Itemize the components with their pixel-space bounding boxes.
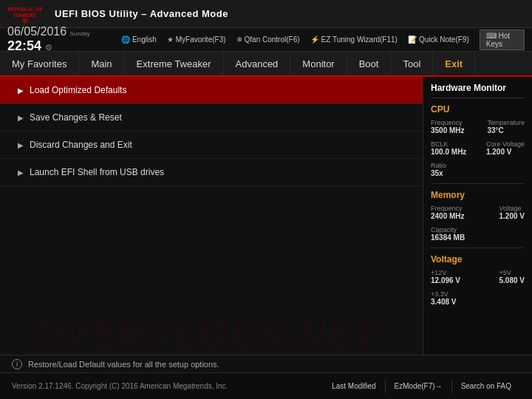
hotkeys-button[interactable]: ⌨ Hot Keys [480,30,525,50]
arrow-icon: ▶ [18,86,24,95]
svg-text:GAMERS: GAMERS [14,13,37,18]
qfan-button[interactable]: ❄ Qfan Control(F6) [236,35,300,44]
nav-my-favorites[interactable]: My Favorites [0,52,79,75]
volt-12v-col: +12V 12.096 V [431,269,460,284]
mem-capacity-col: Capacity 16384 MB [431,226,525,242]
save-reset-label: Save Changes & Reset [30,112,122,123]
search-faq-button[interactable]: Search on FAQ [451,379,520,393]
mem-voltage-value: 1.200 V [499,212,525,220]
header-bar: REPUBLIC OF GAMERS UEFI BIOS Utility – A… [0,0,532,28]
volt-5v-label: +5V [499,269,525,276]
myfavorite-button[interactable]: ★ MyFavorite(F3) [167,35,226,44]
mem-freq-voltage-row: Frequency 2400 MHz Voltage 1.200 V [431,205,525,223]
cpu-core-voltage-label: Core Voltage [486,140,525,148]
gear-icon: ⚙ [45,43,52,52]
nav-monitor[interactable]: Monitor [290,52,347,75]
nav-exit[interactable]: Exit [433,52,475,75]
nav-tool[interactable]: Tool [391,52,433,75]
load-defaults-label: Load Optimized Defaults [30,85,126,95]
svg-text:REPUBLIC OF: REPUBLIC OF [7,7,43,12]
qfan-icon: ❄ [236,35,242,44]
arrow-icon: ▶ [18,168,24,177]
datetime-display: 06/05/2016 Sunday 22:54 ⚙ [7,25,111,54]
arrow-icon: ▶ [18,114,24,122]
mem-capacity-label: Capacity [431,226,525,233]
menu-save-reset[interactable]: ▶ Save Changes & Reset [0,104,423,132]
cpu-bclk-label: BCLK [431,140,466,148]
mem-freq-col: Frequency 2400 MHz [431,205,465,220]
volt-12v-5v-row: +12V 12.096 V +5V 5.080 V [431,269,525,287]
search-faq-label: Search on FAQ [461,382,511,390]
discard-exit-label: Discard Changes and Exit [30,140,132,150]
nav-boot[interactable]: Boot [347,52,392,75]
myfavorite-label: MyFavorite(F3) [176,35,226,44]
hardware-monitor-panel: Hardware Monitor CPU Frequency 3500 MHz … [423,77,532,355]
last-modified-label: Last Modified [332,382,375,390]
menu-launch-efi[interactable]: ▶ Launch EFI Shell from USB drives [0,159,423,186]
hw-monitor-title: Hardware Monitor [431,83,525,98]
cpu-core-voltage-col: Core Voltage 1.200 V [486,140,525,156]
mem-freq-value: 2400 MHz [431,212,465,220]
cpu-freq-value: 3500 MHz [431,126,465,134]
hotkeys-icon: ⌨ [486,32,497,40]
logo-area: REPUBLIC OF GAMERS [7,4,43,24]
mem-capacity-value: 16384 MB [431,233,525,242]
date-display: 06/05/2016 [7,25,66,38]
time-display: 22:54 [7,38,41,53]
cpu-temp-value: 33°C [487,126,525,134]
memory-section-title: Memory [431,190,525,200]
launch-efi-label: Launch EFI Shell from USB drives [30,167,164,177]
nav-extreme-tweaker[interactable]: Extreme Tweaker [125,52,224,75]
cpu-ratio-value: 35x [431,169,525,177]
volt-12v-value: 12.096 V [431,276,460,284]
language-button[interactable]: 🌐 English [121,35,157,44]
ez-mode-button[interactable]: EzMode(F7)→ [385,379,451,393]
toolbar: 06/05/2016 Sunday 22:54 ⚙ 🌐 English ★ My… [0,28,532,52]
volt-3v3-col: +3.3V 3.408 V [431,290,525,306]
star-icon: ★ [167,35,174,44]
mem-freq-label: Frequency [431,205,465,212]
volt-5v-value: 5.080 V [499,276,525,284]
copyright-text: Version 2.17.1246. Copyright (C) 2016 Am… [12,382,228,390]
mem-voltage-col: Voltage 1.200 V [499,205,525,220]
main-area: ▶ Load Optimized Defaults ▶ Save Changes… [0,77,532,355]
qfan-label: Qfan Control(F6) [245,35,300,44]
mem-voltage-label: Voltage [499,205,525,212]
voltage-section-title: Voltage [431,254,525,265]
day-display: Sunday [70,30,90,37]
cpu-ratio-label: Ratio [431,162,525,169]
nav-main[interactable]: Main [79,52,124,75]
quick-note-label: Quick Note(F9) [419,35,469,44]
ez-tuning-icon: ⚡ [310,35,319,44]
cpu-bclk-voltage-row: BCLK 100.0 MHz Core Voltage 1.200 V [431,140,525,159]
ez-tuning-button[interactable]: ⚡ EZ Tuning Wizard(F11) [310,35,398,44]
volt-5v-col: +5V 5.080 V [499,269,525,284]
info-icon: i [12,359,22,369]
menu-discard-exit[interactable]: ▶ Discard Changes and Exit [0,132,423,159]
ez-tuning-label: EZ Tuning Wizard(F11) [321,35,398,44]
language-label: English [132,35,157,44]
cpu-freq-col: Frequency 3500 MHz [431,119,465,134]
cpu-ratio-col: Ratio 35x [431,162,525,177]
menu-load-defaults[interactable]: ▶ Load Optimized Defaults [0,77,423,104]
nav-advanced[interactable]: Advanced [224,52,291,75]
arrow-icon: ▶ [18,141,24,149]
rog-logo-icon: REPUBLIC OF GAMERS [7,4,43,24]
volt-3v3-label: +3.3V [431,290,525,298]
cpu-freq-temp-row: Frequency 3500 MHz Temperature 33°C [431,119,525,137]
volt-12v-label: +12V [431,269,460,276]
last-modified-button[interactable]: Last Modified [323,379,384,393]
hw-divider-1 [431,183,525,184]
status-bar: i Restore/Load Default values for all th… [0,355,532,372]
hw-divider-2 [431,248,525,248]
menu-panel: ▶ Load Optimized Defaults ▶ Save Changes… [0,77,423,355]
footer: Version 2.17.1246. Copyright (C) 2016 Am… [0,372,532,399]
volt-3v3-value: 3.408 V [431,298,525,306]
quick-note-button[interactable]: 📝 Quick Note(F9) [408,35,469,44]
quick-note-icon: 📝 [408,35,417,44]
cpu-freq-label: Frequency [431,119,465,126]
svg-point-4 [24,19,27,21]
ez-mode-label: EzMode(F7)→ [395,382,443,390]
nav-menu: My Favorites Main Extreme Tweaker Advanc… [0,52,532,77]
cpu-temp-label: Temperature [487,119,525,126]
